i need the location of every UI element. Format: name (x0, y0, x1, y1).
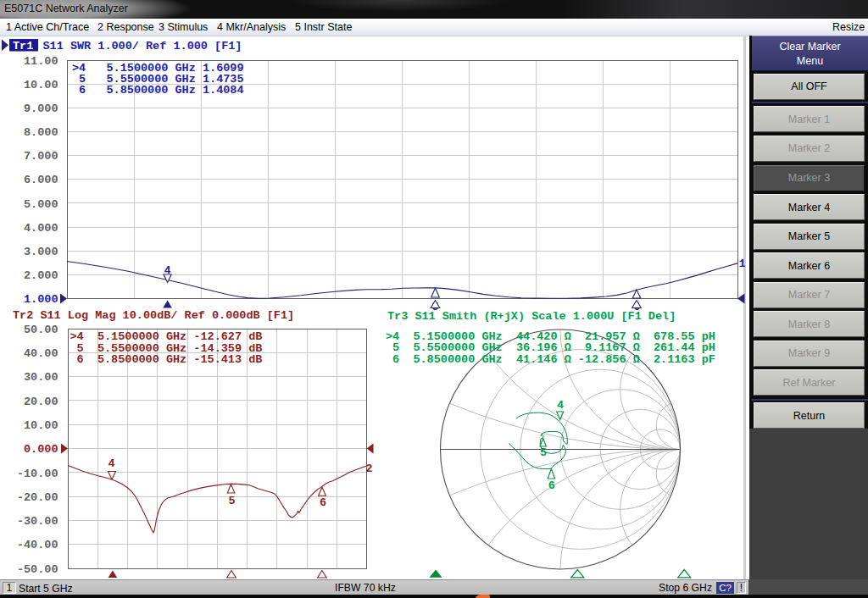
svg-text:2.000: 2.000 (24, 269, 58, 282)
svg-text:S11 SWR 1.000/ Ref 1.000 [F1]: S11 SWR 1.000/ Ref 1.000 [F1] (43, 40, 242, 53)
svg-text:4: 4 (557, 399, 564, 412)
svg-text:10.00: 10.00 (24, 419, 58, 432)
svg-text:6: 6 (548, 479, 555, 492)
svg-text:4: 4 (108, 457, 115, 470)
svg-text:6.000: 6.000 (24, 174, 58, 186)
svg-text:1.000: 1.000 (24, 293, 58, 306)
svg-text:4.000: 4.000 (24, 222, 58, 235)
svg-text:6 5.8500000 GHz 41.146 Ω -12: 6 5.8500000 GHz 41.146 Ω -12.856 Ω 2.116… (386, 353, 715, 366)
svg-text:Tr2 S11 Log Mag 10.00dB/ Ref 0: Tr2 S11 Log Mag 10.00dB/ Ref 0.000dB [F1… (13, 309, 294, 322)
svg-text:5.000: 5.000 (24, 198, 58, 211)
svg-text:6: 6 (320, 496, 326, 509)
svg-text:2: 2 (366, 462, 373, 475)
svg-text:1: 1 (739, 257, 746, 270)
svg-text:5: 5 (229, 495, 236, 507)
svg-text:8.000: 8.000 (24, 126, 58, 139)
svg-text:0.000: 0.000 (24, 443, 58, 456)
svg-text:9.000: 9.000 (24, 102, 58, 115)
svg-text:-40.00: -40.00 (17, 539, 58, 551)
svg-text:6 5.8500000 GHz -15.413 dB: 6 5.8500000 GHz -15.413 dB (70, 353, 263, 366)
svg-text:11.00: 11.00 (24, 55, 58, 68)
svg-text:40.00: 40.00 (24, 347, 58, 360)
svg-text:10.00: 10.00 (24, 79, 58, 91)
svg-text:30.00: 30.00 (24, 371, 58, 384)
svg-text:6 5.8500000 GHz 1.4084: 6 5.8500000 GHz 1.4084 (72, 84, 244, 97)
svg-text:-20.00: -20.00 (17, 491, 58, 504)
svg-text:Tr3 S11 Smith (R+jX) Scale 1.0: Tr3 S11 Smith (R+jX) Scale 1.000U [F1 De… (387, 310, 676, 323)
svg-text:-10.00: -10.00 (17, 468, 58, 480)
svg-text:5: 5 (540, 446, 547, 459)
svg-text:3.000: 3.000 (24, 246, 58, 258)
svg-text:50.00: 50.00 (24, 324, 58, 336)
svg-text:20.00: 20.00 (24, 396, 58, 408)
svg-text:-50.00: -50.00 (17, 563, 58, 576)
svg-text:Tr1: Tr1 (13, 40, 33, 53)
svg-text:7.000: 7.000 (24, 150, 58, 163)
svg-text:-30.00: -30.00 (17, 515, 58, 528)
